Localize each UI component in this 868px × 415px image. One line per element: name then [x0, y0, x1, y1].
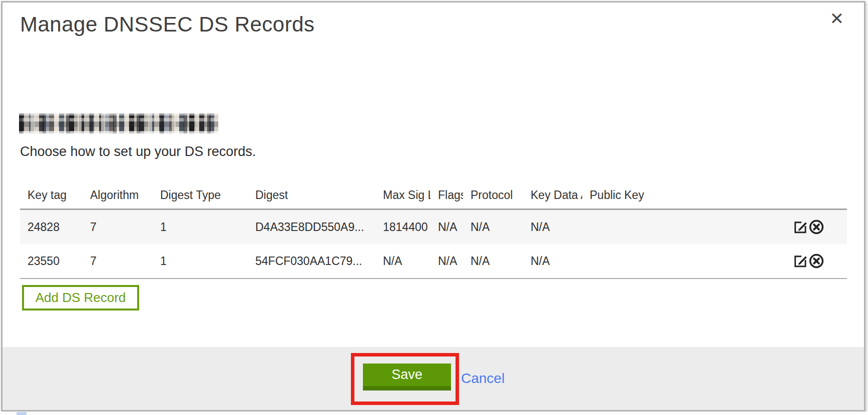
cell-digest: D4A33E8DD550A9... [248, 210, 375, 244]
delete-record-icon[interactable] [808, 253, 824, 269]
x-circle-icon [808, 219, 824, 235]
cell-max-sig-life: N/A [375, 244, 430, 278]
table-row: 24828 7 1 D4A33E8DD550A9... 1814400 N/A … [20, 210, 847, 244]
cell-key-tag: 23550 [20, 244, 83, 278]
col-header-digest-type: Digest Type [153, 182, 248, 210]
pencil-square-icon [792, 219, 808, 235]
edit-record-icon[interactable] [792, 219, 808, 235]
cell-key-data-alg: N/A [523, 244, 582, 278]
domain-name-redacted [19, 114, 218, 134]
col-header-protocol: Protocol [463, 182, 523, 210]
save-button[interactable]: Save [363, 364, 451, 390]
table-header-row: Key tag Algorithm Digest Type Digest Max… [20, 182, 847, 210]
col-header-algorithm: Algorithm [83, 182, 153, 210]
pencil-square-icon [792, 253, 808, 269]
col-header-flags: Flags [430, 182, 463, 210]
row-actions [789, 244, 847, 278]
cell-public-key [582, 244, 789, 278]
cell-key-tag: 24828 [20, 210, 83, 244]
page-title: Manage DNSSEC DS Records [20, 12, 315, 36]
col-header-max-sig-life: Max Sig Life [375, 182, 430, 210]
cell-algorithm: 7 [83, 244, 153, 278]
dialog-footer: Save Cancel [3, 347, 864, 410]
ds-records-table: Key tag Algorithm Digest Type Digest Max… [20, 182, 847, 279]
cell-digest-type: 1 [153, 244, 248, 278]
cell-flags: N/A [430, 244, 463, 278]
table-row: 23550 7 1 54FCF030AA1C79... N/A N/A N/A … [20, 244, 847, 278]
cell-protocol: N/A [463, 210, 523, 244]
cell-public-key [582, 210, 789, 244]
close-icon[interactable]: ✕ [827, 10, 847, 28]
col-header-key-tag: Key tag [20, 182, 83, 210]
col-header-key-data-alg: Key Data Alg [523, 182, 582, 210]
background-page-sliver [0, 412, 868, 415]
x-circle-icon [808, 253, 824, 269]
col-header-digest: Digest [248, 182, 375, 210]
col-header-public-key: Public Key [582, 182, 789, 210]
cell-key-data-alg: N/A [523, 210, 582, 244]
delete-record-icon[interactable] [808, 219, 824, 235]
cell-max-sig-life: 1814400 [375, 210, 430, 244]
add-ds-record-button[interactable]: Add DS Record [22, 285, 139, 310]
cell-flags: N/A [430, 210, 463, 244]
dnssec-dialog: ✕ Manage DNSSEC DS Records Choose how to… [1, 1, 865, 412]
row-actions [789, 210, 847, 244]
instruction-text: Choose how to set up your DS records. [20, 144, 256, 160]
cell-protocol: N/A [463, 244, 523, 278]
background-content-fragment [17, 412, 27, 415]
cell-digest-type: 1 [153, 210, 248, 244]
cell-digest: 54FCF030AA1C79... [248, 244, 375, 278]
edit-record-icon[interactable] [792, 253, 808, 269]
cell-algorithm: 7 [83, 210, 153, 244]
col-header-actions [789, 182, 847, 210]
cancel-link[interactable]: Cancel [461, 370, 505, 386]
